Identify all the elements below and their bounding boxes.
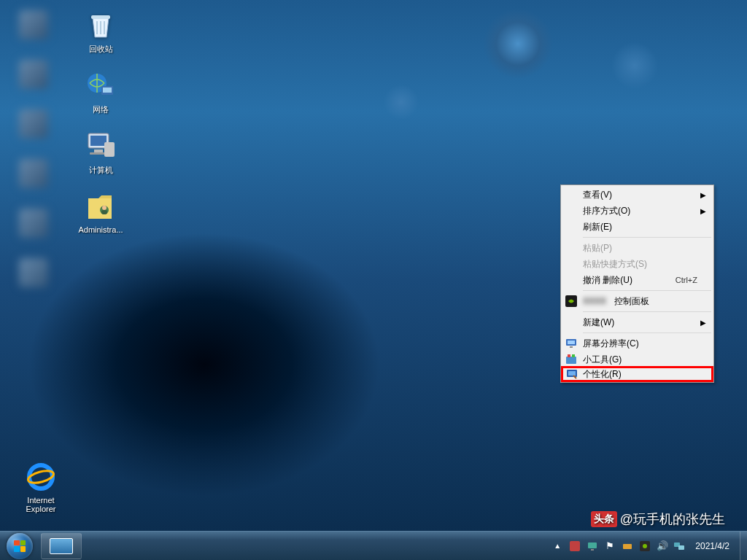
desktop-context-menu[interactable]: 查看(V)▶排序方式(O)▶刷新(E)粘贴(P)粘贴快捷方式(S)撤消 删除(U… (560, 184, 714, 383)
start-orb-icon (7, 533, 33, 559)
svg-rect-30 (678, 545, 684, 550)
menu-separator (583, 237, 711, 238)
menu-shortcut: Ctrl+Z (676, 276, 697, 284)
blurred-icon-5-desktop-icon[interactable] (7, 206, 60, 242)
show-desktop-button[interactable] (740, 532, 747, 561)
svg-rect-3 (103, 88, 112, 93)
recycle-bin-icon (83, 7, 118, 42)
menu-item-撤消 删除u[interactable]: 撤消 删除(U)Ctrl+Z (562, 272, 712, 288)
svg-rect-25 (591, 549, 594, 551)
menu-item-粘贴快捷方式s: 粘贴快捷方式(S) (562, 256, 712, 272)
administrator-desktop-icon[interactable]: Administra... (74, 189, 127, 234)
network-icon (83, 68, 118, 103)
gadget-icon (565, 354, 577, 365)
svg-rect-8 (104, 142, 115, 157)
watermark-text: @玩手机的张先生 (620, 510, 725, 528)
menu-item-label: 排序方式(O) (583, 205, 697, 217)
menu-item-label: 新建(W) (583, 316, 697, 329)
monitor-icon (565, 338, 577, 349)
administrator-icon (83, 189, 118, 224)
svg-rect-23 (570, 541, 580, 551)
start-button[interactable] (0, 532, 39, 561)
computer-icon (83, 128, 118, 163)
svg-rect-11 (101, 210, 107, 214)
taskbar-pinned-item[interactable] (41, 533, 82, 559)
svg-rect-19 (568, 354, 570, 357)
menu-item-小工具g[interactable]: 小工具(G) (562, 351, 712, 368)
ie-label: Internet Explorer (15, 496, 67, 513)
menu-item-label: XXXX 控制面板 (583, 295, 697, 308)
nvidia-icon (565, 295, 577, 307)
menu-item-刷新e[interactable]: 刷新(E) (562, 219, 712, 235)
svg-rect-17 (570, 346, 573, 348)
administrator-label: Administra... (74, 225, 127, 234)
blurred-icon-1-icon (16, 7, 51, 42)
tray-overflow-arrow[interactable]: ▲ (551, 540, 564, 553)
svg-point-10 (102, 206, 107, 210)
menu-item-屏幕分辨率c[interactable]: 屏幕分辨率(C) (562, 335, 712, 351)
desktop-icons-area: 回收站网络计算机Administra... (7, 7, 127, 292)
taskbar: ▲ ⚑ 🔊 2021/4/2 (0, 531, 747, 560)
svg-point-28 (643, 544, 647, 548)
submenu-arrow-icon: ▶ (700, 319, 706, 327)
recycle-bin-label: 回收站 (74, 44, 127, 55)
tray-icon-flag[interactable]: ⚑ (603, 540, 616, 553)
svg-rect-18 (566, 357, 576, 364)
menu-separator (583, 290, 711, 291)
tray-icon-shield[interactable] (568, 540, 581, 553)
menu-item-label: 粘贴快捷方式(S) (583, 258, 697, 271)
submenu-arrow-icon: ▶ (700, 207, 706, 215)
svg-rect-5 (90, 136, 107, 146)
taskbar-clock[interactable]: 2021/4/2 (691, 541, 734, 551)
system-tray: ▲ ⚑ 🔊 2021/4/2 (548, 540, 740, 553)
menu-item-label: 查看(V) (583, 189, 697, 201)
menu-item-粘贴p: 粘贴(P) (562, 240, 712, 256)
blurred-icon-3-icon (16, 106, 51, 141)
ie-icon (23, 459, 58, 494)
submenu-arrow-icon: ▶ (700, 191, 706, 199)
menu-item-排序方式o[interactable]: 排序方式(O)▶ (562, 203, 712, 219)
volume-icon[interactable]: 🔊 (656, 540, 669, 553)
network-tray-icon[interactable] (673, 540, 686, 553)
watermark-badge: 头条 (591, 511, 617, 527)
menu-item-个性化r[interactable]: 个性化(R) (561, 366, 713, 382)
blurred-icon-4-icon (16, 156, 51, 191)
blurred-icon-4-desktop-icon[interactable] (7, 156, 60, 192)
svg-rect-6 (94, 149, 103, 152)
blurred-icon-1-desktop-icon[interactable] (7, 7, 60, 44)
menu-item-label: 个性化(R) (583, 368, 697, 381)
menu-item-label: 刷新(E) (583, 221, 697, 233)
network-label: 网络 (74, 104, 127, 115)
watermark: 头条 @玩手机的张先生 (591, 510, 725, 528)
menu-item-查看v[interactable]: 查看(V)▶ (562, 187, 712, 203)
tray-icon-monitor[interactable] (586, 540, 599, 553)
menu-item-label: 小工具(G) (583, 354, 697, 366)
tray-icon-disk[interactable] (621, 540, 634, 553)
svg-rect-26 (623, 544, 632, 549)
internet-explorer-icon[interactable]: Internet Explorer (15, 459, 67, 513)
blurred-icon-3-desktop-icon[interactable] (7, 106, 60, 143)
menu-item-控制面板[interactable]: XXXX 控制面板 (562, 293, 712, 309)
svg-rect-0 (91, 15, 110, 19)
blurred-icon-6-desktop-icon[interactable] (7, 255, 60, 292)
svg-point-12 (29, 465, 53, 489)
personalize-icon (566, 368, 578, 380)
network-desktop-icon[interactable]: 网络 (74, 68, 127, 115)
menu-item-label: 屏幕分辨率(C) (583, 338, 697, 350)
svg-rect-16 (568, 341, 575, 344)
taskbar-date: 2021/4/2 (695, 541, 729, 551)
menu-separator (583, 332, 711, 333)
menu-separator (583, 311, 711, 312)
menu-item-label: 粘贴(P) (583, 242, 697, 254)
blurred-icon-6-icon (16, 255, 51, 290)
blurred-icon-2-desktop-icon[interactable] (7, 57, 60, 93)
blurred-icon-5-icon (16, 206, 51, 241)
recycle-bin-desktop-icon[interactable]: 回收站 (74, 7, 127, 55)
computer-desktop-icon[interactable]: 计算机 (74, 128, 127, 176)
menu-item-新建w[interactable]: 新建(W)▶ (562, 314, 712, 330)
svg-rect-20 (572, 354, 575, 357)
tray-icon-gpu[interactable] (638, 540, 651, 553)
svg-rect-24 (588, 542, 597, 548)
menu-item-label: 撤消 删除(U) (583, 274, 676, 287)
computer-label: 计算机 (74, 165, 127, 176)
